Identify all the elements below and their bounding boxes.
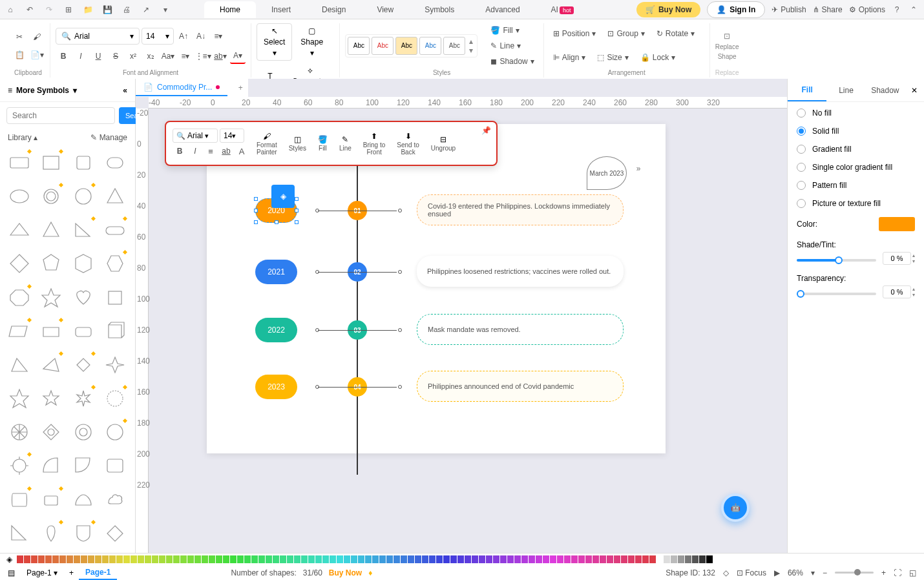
swatch[interactable] — [436, 555, 443, 563]
shape-template[interactable] — [5, 284, 34, 312]
line-spacing-icon[interactable]: ≡▾ — [178, 48, 193, 64]
swatch[interactable] — [479, 555, 485, 563]
swatch[interactable] — [699, 555, 706, 563]
shape-template[interactable] — [37, 451, 65, 480]
group-button[interactable]: ⊡ Group▾ — [604, 27, 648, 40]
decrease-font-icon[interactable]: A↓ — [193, 28, 209, 44]
save-icon[interactable]: 💾 — [102, 5, 112, 15]
swatch[interactable] — [17, 555, 23, 563]
swatch[interactable] — [521, 555, 528, 563]
swatch[interactable] — [109, 555, 116, 563]
swatch[interactable] — [308, 555, 315, 563]
open-icon[interactable]: 📁 — [83, 5, 93, 15]
align-button[interactable]: ⊫ Align▾ — [549, 51, 590, 64]
swatch[interactable] — [138, 555, 144, 563]
tab-design[interactable]: Design — [306, 1, 361, 18]
shape-template[interactable] — [5, 216, 34, 244]
swatch[interactable] — [351, 555, 357, 563]
shape-template[interactable] — [101, 451, 129, 480]
shape-template[interactable] — [5, 249, 34, 278]
mini-line[interactable]: ✎Line — [335, 135, 355, 152]
swatch[interactable] — [415, 555, 421, 563]
superscript-icon[interactable]: x² — [125, 48, 141, 64]
zoom-value[interactable]: 66% — [788, 568, 803, 577]
collapse-icon[interactable]: ⌃ — [908, 5, 919, 15]
swatch[interactable] — [202, 555, 208, 563]
swatch[interactable] — [237, 555, 244, 563]
swatch[interactable] — [656, 555, 663, 563]
year-box-2021[interactable]: 2021 — [255, 260, 297, 284]
swatch[interactable] — [194, 555, 201, 563]
swatch[interactable] — [649, 555, 656, 563]
swatch[interactable] — [493, 555, 499, 563]
timeline-description[interactable]: Covid-19 entered the Philippines. Lockdo… — [417, 194, 624, 225]
add-page-icon[interactable]: + — [69, 568, 74, 577]
swatch[interactable] — [74, 555, 80, 563]
swatch[interactable] — [230, 555, 236, 563]
format-brush-icon[interactable]: 🖌 — [29, 29, 45, 45]
font-size[interactable]: 14▾ — [142, 28, 174, 45]
swatch[interactable] — [45, 555, 52, 563]
align-menu-icon[interactable]: ≡▾ — [211, 28, 226, 44]
tab-insert[interactable]: Insert — [256, 1, 306, 18]
connector-endpoint[interactable] — [398, 209, 402, 212]
transparency-slider[interactable] — [797, 293, 876, 295]
undo-icon[interactable]: ↶ — [25, 5, 35, 15]
position-button[interactable]: ⊞ Position▾ — [549, 27, 600, 40]
swatch[interactable] — [671, 555, 677, 563]
fill-option-5[interactable]: Picture or texture fill — [797, 199, 915, 208]
fill-button[interactable]: 🪣 Fill ▾ — [487, 24, 538, 37]
mini-align-icon[interactable]: ≡ — [204, 144, 218, 158]
shape-template[interactable] — [5, 451, 34, 480]
shape-template[interactable] — [37, 149, 65, 177]
increase-font-icon[interactable]: A↑ — [176, 28, 191, 44]
shape-template[interactable] — [5, 384, 34, 413]
swatch[interactable] — [635, 555, 642, 563]
style-chip[interactable]: Abc — [443, 37, 465, 55]
connector-endpoint[interactable] — [398, 385, 402, 389]
swatch[interactable] — [95, 555, 101, 563]
style-chip[interactable]: Abc — [419, 37, 441, 55]
print-icon[interactable]: 🖨 — [121, 5, 132, 15]
connector-endpoint[interactable] — [398, 270, 402, 274]
swatch[interactable] — [216, 555, 222, 563]
swatch[interactable] — [642, 555, 649, 563]
swatch[interactable] — [145, 555, 151, 563]
style-chip[interactable]: Abc — [372, 37, 394, 55]
swatch[interactable] — [571, 555, 578, 563]
shape-template[interactable] — [69, 182, 98, 211]
shape-tool[interactable]: ▢ Shape ▾ — [294, 24, 330, 60]
style-chip[interactable]: Abc — [395, 37, 417, 55]
swatch[interactable] — [187, 555, 194, 563]
shape-template[interactable] — [5, 351, 34, 379]
mini-size[interactable]: 14 ▾ — [220, 129, 244, 143]
swatch[interactable] — [337, 555, 343, 563]
shape-template[interactable] — [37, 486, 65, 514]
date-bubble[interactable]: March 2023 — [587, 156, 627, 190]
shape-template[interactable] — [69, 418, 98, 446]
shape-template[interactable] — [101, 182, 129, 211]
shape-template[interactable] — [101, 249, 129, 278]
swatch[interactable] — [379, 555, 386, 563]
swatch[interactable] — [706, 555, 713, 563]
swatch[interactable] — [408, 555, 414, 563]
shape-template[interactable] — [101, 486, 129, 514]
swatch[interactable] — [394, 555, 400, 563]
mini-ungroup[interactable]: ⊟Ungroup — [427, 135, 459, 152]
fit-screen-icon[interactable]: ⛶ — [894, 568, 901, 577]
swatch[interactable] — [287, 555, 293, 563]
swatch[interactable] — [386, 555, 393, 563]
swatch[interactable] — [536, 555, 542, 563]
swatch[interactable] — [514, 555, 521, 563]
font-selector[interactable]: 🔍 Arial▾ — [56, 28, 140, 45]
swatch[interactable] — [52, 555, 59, 563]
swatch[interactable] — [614, 555, 620, 563]
transparency-value[interactable]: 0 % — [883, 285, 911, 298]
mini-font[interactable]: 🔍 Arial ▾ — [173, 129, 218, 143]
shape-template[interactable] — [101, 284, 129, 312]
rp-close-icon[interactable]: ✕ — [905, 79, 924, 101]
size-button[interactable]: ⬚ Size▾ — [593, 51, 632, 64]
zoom-out-icon[interactable]: − — [823, 568, 827, 577]
swatch[interactable] — [209, 555, 215, 563]
manage-button[interactable]: ✎ Manage — [90, 133, 127, 142]
